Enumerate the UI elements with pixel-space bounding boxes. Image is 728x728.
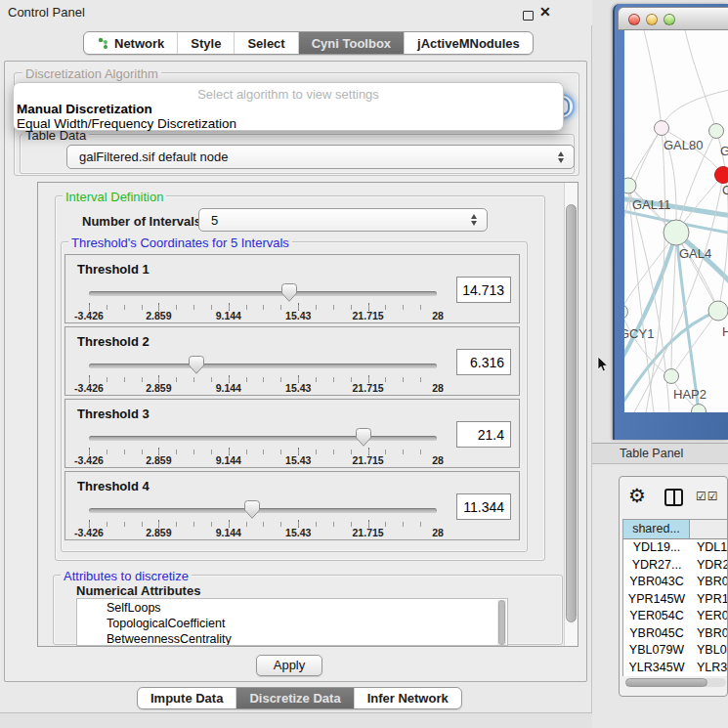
numerical-attributes-list[interactable]: SelfLoops TopologicalCoefficient Between… (76, 598, 508, 646)
node-label: HAP2 (673, 387, 707, 402)
tab-select[interactable]: Select (235, 32, 298, 54)
tab-impute-data[interactable]: Impute Data (138, 688, 236, 708)
node-gal80[interactable] (655, 121, 669, 136)
scrollbar-thumb[interactable] (625, 678, 707, 687)
list-item[interactable]: TopologicalCoefficient (77, 617, 507, 630)
node-h[interactable] (708, 301, 728, 321)
tab-style[interactable]: Style (178, 32, 235, 54)
threshold-label: Threshold 2 (77, 334, 150, 349)
slider-track[interactable] (89, 291, 437, 296)
threshold-2-panel: Threshold 2 -3.426 2.859 9.144 15.43 21.… (64, 326, 520, 396)
network-icon (97, 37, 109, 50)
slider-track[interactable] (89, 436, 437, 441)
tab-label: jActiveMNodules (417, 36, 520, 51)
mouse-cursor (597, 356, 609, 373)
threshold-3-slider[interactable] (89, 427, 437, 449)
scrollbar-thumb[interactable] (566, 204, 577, 622)
table-data-value: galFiltered.sif default node (79, 150, 228, 164)
threshold-label: Threshold 1 (77, 262, 150, 277)
interval-definition-group-label: Interval Definition (63, 190, 166, 204)
list-item[interactable]: BetweennessCentrality (77, 632, 507, 646)
list-scrollbar[interactable] (497, 600, 506, 645)
slider-track[interactable] (89, 364, 437, 368)
table-row[interactable]: YBR043CYBR0 (623, 574, 728, 591)
node-label: GAL80 (664, 138, 703, 152)
table-row[interactable]: YDR27...YDR2 (623, 557, 728, 575)
tab-jactivemnodules[interactable]: jActiveMNodules (405, 32, 533, 54)
node-label: H (722, 324, 728, 339)
tab-label: Select (247, 36, 284, 51)
checkbox-icons[interactable]: ☑☑ (696, 490, 719, 503)
tab-network[interactable]: Network (84, 32, 178, 54)
slider-track[interactable] (89, 508, 437, 513)
column-header-name[interactable]: na (690, 520, 728, 538)
columns-icon[interactable] (664, 489, 683, 506)
node-gcy1[interactable] (624, 305, 628, 320)
tab-label: Cyni Toolbox (312, 36, 391, 51)
gear-icon[interactable]: ⚙ (628, 486, 646, 505)
zoom-traffic-light-icon[interactable] (664, 14, 675, 25)
network-view-window[interactable]: GAL80 GA C GAL11 GAL4 GCY1 H HAP2 (613, 4, 728, 440)
vertical-scrollbar[interactable] (564, 183, 578, 646)
network-window-titlebar[interactable] (618, 7, 728, 30)
table-row[interactable]: YER054CYER0 (623, 608, 728, 625)
tab-label: Discretize Data (249, 691, 340, 706)
bottom-tab-bar: Impute Data Discretize Data Infer Networ… (137, 687, 462, 709)
node-selected-red[interactable] (715, 167, 728, 184)
node-gal11[interactable] (624, 178, 636, 193)
tab-label: Network (114, 36, 164, 51)
tab-infer-network[interactable]: Infer Network (355, 688, 461, 708)
table-panel-title: Table Panel (620, 447, 683, 460)
node-label: C (722, 183, 728, 197)
number-of-intervals-combobox[interactable]: 5 (198, 208, 488, 232)
status-strip (0, 712, 592, 728)
number-of-intervals-value: 5 (211, 213, 218, 228)
dropdown-item-equal-width-frequency[interactable]: Equal Width/Frequency Discretization (17, 116, 236, 131)
tab-label: Infer Network (367, 691, 449, 706)
threshold-label: Threshold 3 (77, 407, 150, 421)
scrollbar-thumb[interactable] (498, 600, 505, 645)
threshold-4-value-field[interactable]: 11.344 (456, 493, 511, 520)
threshold-3-panel: Threshold 3 -3.426 2.859 9.144 15.43 21.… (64, 399, 520, 468)
column-header-shared-name[interactable]: shared... (623, 520, 690, 538)
apply-button[interactable]: Apply (256, 655, 322, 676)
slider-thumb[interactable] (244, 500, 260, 519)
close-traffic-light-icon[interactable] (628, 14, 640, 25)
node-hap2[interactable] (664, 369, 679, 384)
threshold-2-slider[interactable] (89, 355, 437, 376)
minimize-traffic-light-icon[interactable] (646, 14, 658, 25)
table-row[interactable]: YBR045CYBR0 (623, 625, 728, 643)
table-row[interactable]: YDL19...YDL1 (623, 539, 728, 557)
slider-thumb[interactable] (356, 428, 371, 447)
threshold-1-value-field[interactable]: 14.713 (456, 277, 511, 303)
combobox-arrows-icon (558, 151, 565, 163)
attributes-group-label: Attributes to discretize (61, 569, 192, 583)
horizontal-scrollbar[interactable] (625, 678, 726, 687)
node-label: GA (720, 144, 728, 158)
slider-thumb[interactable] (189, 356, 204, 374)
node-ga[interactable] (709, 124, 724, 139)
slider-thumb[interactable] (281, 283, 297, 302)
table-row[interactable]: YPR145WYPR1 (623, 591, 728, 609)
network-canvas[interactable]: GAL80 GA C GAL11 GAL4 GCY1 H HAP2 (624, 30, 728, 412)
node-label: GCY1 (624, 326, 654, 341)
threshold-1-slider[interactable] (89, 282, 437, 304)
threshold-2-value-field[interactable]: 6.316 (456, 349, 511, 375)
list-item[interactable]: SelfLoops (77, 601, 507, 615)
table-data-combobox[interactable]: galFiltered.sif default node (66, 145, 575, 169)
float-window-icon[interactable] (523, 11, 534, 21)
table-row[interactable]: YBL079WYBL0 (623, 642, 728, 660)
node-gal4[interactable] (664, 220, 689, 245)
dropdown-item-manual-discretization[interactable]: Manual Discretization (17, 102, 152, 116)
threshold-4-slider[interactable] (89, 499, 437, 521)
table-row[interactable]: YLR345WYLR3 (623, 660, 728, 677)
table-body: YDL19...YDL1 YDR27...YDR2 YBR043CYBR0 YP… (622, 539, 728, 676)
slider-tick-labels: -3.426 2.859 9.144 15.43 21.715 28 (89, 527, 438, 538)
table-header-row: shared... na (622, 519, 728, 539)
tab-discretize-data[interactable]: Discretize Data (236, 688, 354, 708)
tab-cyni-toolbox[interactable]: Cyni Toolbox (299, 32, 405, 54)
threshold-3-value-field[interactable]: 21.4 (456, 421, 511, 448)
close-icon[interactable]: ✕ (539, 4, 551, 20)
slider-tick-labels: -3.426 2.859 9.144 15.43 21.715 28 (89, 382, 438, 394)
number-of-intervals-label: Number of Intervals (82, 214, 201, 229)
